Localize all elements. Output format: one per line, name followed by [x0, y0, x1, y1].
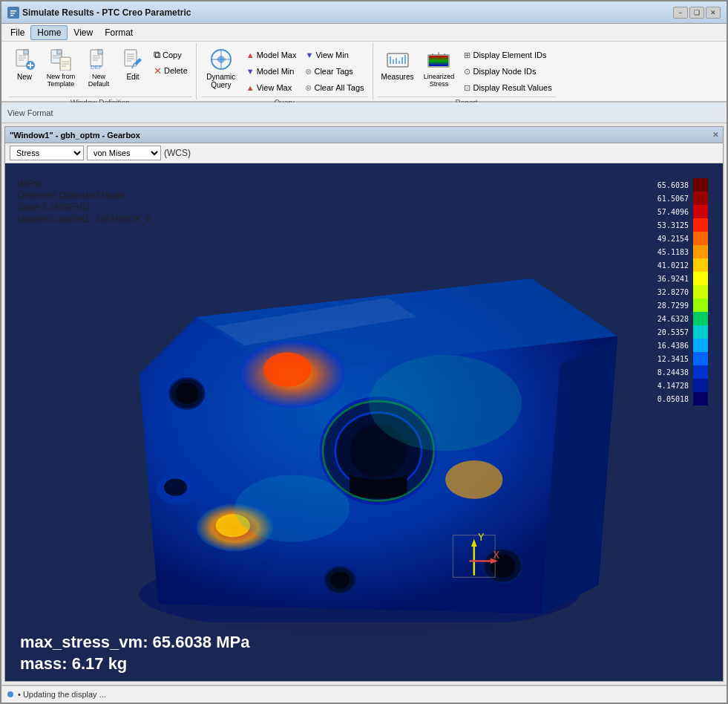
model-max-button[interactable]: ▲ Model Max	[243, 48, 301, 62]
sub-window-title-text: "Window1" - gbh_optm - Gearbox	[10, 131, 140, 140]
clear-tags-button[interactable]: ⊗ Clear Tags	[301, 64, 367, 79]
sub-window-close-button[interactable]: ✕	[712, 131, 718, 139]
view-min-label: View Min	[315, 50, 348, 59]
copy-button[interactable]: ⧉ Copy	[150, 48, 191, 62]
display-ids-group: ⊞ Display Element IDs ⊙ Display Node IDs…	[460, 45, 555, 95]
scale-entry: 24.6328	[648, 312, 708, 325]
svg-point-62	[330, 572, 350, 589]
delete-icon: ✕	[154, 65, 162, 76]
clear-tags-icon: ⊗	[305, 67, 312, 76]
scale-entry: 16.4386	[648, 339, 708, 352]
copy-delete-group: ⧉ Copy ✕ Delete	[150, 45, 191, 78]
view-format-label: View Format	[7, 108, 53, 117]
menu-view[interactable]: View	[68, 26, 99, 39]
scale-value-label: 41.0212	[648, 261, 689, 270]
model-min-button[interactable]: ▼ Model Min	[243, 64, 301, 79]
scale-value-label: 8.24438	[648, 368, 689, 377]
stats-overlay: max_stress_vm: 65.6038 MPa mass: 6.17 kg	[5, 622, 723, 681]
menu-format[interactable]: Format	[99, 26, 139, 39]
clear-all-tags-label: Clear All Tags	[314, 83, 364, 92]
new-default-button[interactable]: DEF New Default	[82, 45, 116, 95]
scale-entry: 32.8270	[648, 285, 708, 299]
scale-color-swatch	[693, 365, 708, 379]
new-button[interactable]: New	[9, 45, 40, 95]
scale-entry: 8.24438	[648, 365, 708, 379]
new-default-icon: DEF	[87, 48, 111, 71]
app-icon	[7, 7, 19, 19]
new-button-label: New	[17, 73, 32, 81]
query-results-group: ▲ Model Max ▼ Model Min ▲ View Max	[243, 45, 301, 95]
clear-tags-label: Clear Tags	[314, 67, 352, 76]
edit-button[interactable]: Edit	[117, 45, 148, 95]
svg-rect-26	[125, 50, 137, 66]
dynamic-query-button[interactable]: Dynamic Query	[201, 45, 241, 95]
title-bar-controls: − ❑ ✕	[673, 7, 721, 19]
sub-window: "Window1" - gbh_optm - Gearbox ✕ Stress …	[4, 126, 724, 682]
edit-label: Edit	[126, 73, 139, 81]
clear-all-tags-button[interactable]: ⊗ Clear All Tags	[301, 80, 367, 95]
stress-type-dropdown[interactable]: Stress	[10, 146, 84, 160]
title-bar-left: Simulate Results - PTC Creo Parametric	[7, 7, 191, 19]
menu-home[interactable]: Home	[30, 25, 68, 40]
view-format-bar: View Format	[1, 102, 727, 123]
edit-icon	[121, 48, 145, 71]
scale-value-label: 49.2154	[648, 235, 689, 243]
dynamic-query-icon	[209, 48, 233, 71]
display-element-ids-button[interactable]: ⊞ Display Element IDs	[460, 48, 555, 62]
view-max-button[interactable]: ▲ View Max	[243, 80, 301, 95]
copy-label: Copy	[163, 50, 182, 59]
report-buttons: Measures	[378, 45, 556, 95]
linearized-stress-button[interactable]: Linearized Stress	[419, 45, 459, 95]
svg-point-58	[176, 383, 199, 404]
scale-color-swatch	[693, 232, 708, 245]
scale-entry: 53.3125	[648, 218, 708, 232]
svg-rect-43	[429, 56, 448, 66]
minimize-button[interactable]: −	[673, 7, 688, 19]
new-default-label: New Default	[85, 73, 112, 88]
linearized-stress-icon	[427, 48, 450, 71]
scale-color-swatch	[693, 258, 708, 272]
display-node-ids-icon: ⊙	[464, 67, 470, 76]
model-min-icon: ▼	[246, 67, 255, 76]
scale-color-swatch	[693, 218, 708, 232]
scale-value-label: 32.8270	[648, 288, 689, 296]
display-result-values-button[interactable]: ⊡ Display Result Values	[460, 80, 555, 95]
model-max-icon: ▲	[246, 50, 255, 59]
svg-rect-1	[10, 10, 16, 12]
restore-button[interactable]: ❑	[689, 7, 704, 19]
svg-rect-2	[10, 13, 15, 14]
view-min-button[interactable]: ▼ View Min	[301, 48, 367, 62]
new-from-template-label: New from Template	[45, 73, 76, 88]
delete-button[interactable]: ✕ Delete	[150, 63, 191, 78]
clear-all-tags-icon: ⊗	[305, 83, 312, 93]
scale-value-label: 36.9241	[648, 275, 689, 283]
svg-rect-13	[57, 50, 62, 54]
scale-color-swatch	[693, 205, 708, 218]
dynamic-query-label: Dynamic Query	[205, 73, 237, 89]
svg-rect-21	[98, 50, 102, 54]
close-button[interactable]: ✕	[706, 7, 721, 19]
scale-value-label: 45.1183	[648, 248, 689, 256]
controls-row: Stress von Mises (WCS)	[5, 143, 723, 163]
scale-color-swatch	[693, 392, 708, 405]
ribbon-group-report: Measures	[373, 43, 560, 100]
query-tags-group: ▼ View Min ⊗ Clear Tags ⊗ Clear All Tags	[301, 45, 367, 95]
sub-window-title-bar: "Window1" - gbh_optm - Gearbox ✕	[5, 127, 723, 143]
measures-button[interactable]: Measures	[378, 45, 418, 95]
view-min-icon: ▼	[305, 50, 313, 59]
menu-file[interactable]: File	[4, 26, 30, 39]
svg-point-73	[235, 475, 350, 541]
mass-stat: mass: 6.17 kg	[20, 654, 708, 674]
window-definition-buttons: New	[9, 45, 191, 95]
menu-bar: File Home View Format	[1, 24, 727, 42]
display-node-ids-button[interactable]: ⊙ Display Node IDs	[460, 64, 555, 79]
loadset-label: Loadset:LoadSet1 : GEARBOX_6	[17, 214, 151, 224]
von-mises-dropdown[interactable]: von Mises	[87, 146, 161, 160]
color-scale: 65.603861.506757.409653.312549.215445.11…	[648, 178, 708, 405]
main-content: "Window1" - gbh_optm - Gearbox ✕ Stress …	[1, 123, 727, 685]
scale-value-label: 61.5067	[648, 195, 689, 203]
new-from-template-button[interactable]: New from Template	[42, 45, 80, 95]
display-result-values-icon: ⊡	[464, 83, 470, 93]
copy-icon: ⧉	[154, 49, 160, 61]
status-text: • Updating the display ...	[18, 690, 106, 699]
